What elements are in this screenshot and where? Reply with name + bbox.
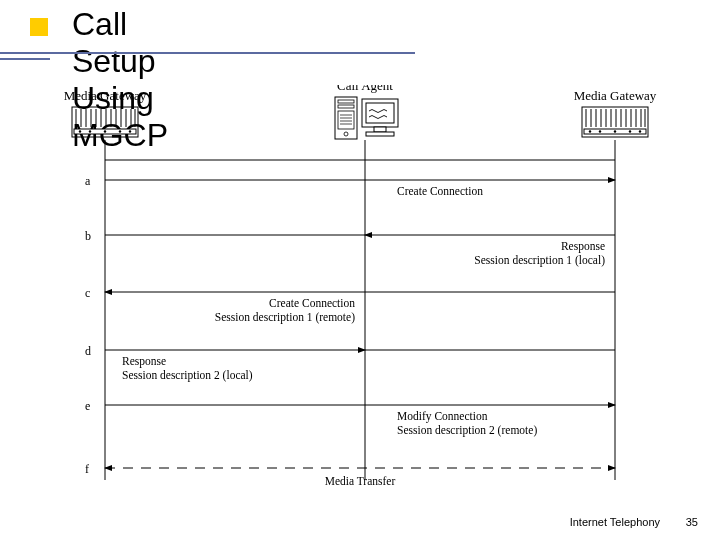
msg-e-2: Session description 2 (remote) [397, 424, 537, 437]
msg-d-2: Session description 2 (local) [122, 369, 253, 382]
left-gateway-label: Media Gateway [64, 88, 147, 103]
msg-e-1: Modify Connection [397, 410, 488, 423]
page-number: 35 [686, 516, 698, 528]
svg-point-35 [589, 130, 591, 132]
step-d: d [85, 344, 91, 358]
step-e: e [85, 399, 90, 413]
title-rule-1 [0, 52, 415, 54]
svg-point-36 [599, 130, 601, 132]
media-gateway-right-icon [582, 107, 648, 137]
step-c: c [85, 286, 90, 300]
slide: Call Setup Using MGCP Media Gateway Call… [0, 0, 720, 540]
msg-a: Create Connection [397, 185, 483, 197]
msg-c-1: Create Connection [269, 297, 355, 309]
svg-point-15 [79, 130, 81, 132]
svg-rect-51 [374, 127, 386, 132]
msg-d-1: Response [122, 355, 166, 368]
svg-point-38 [629, 130, 631, 132]
call-agent-icon [335, 97, 398, 139]
step-b: b [85, 229, 91, 243]
svg-point-19 [129, 130, 131, 132]
diagram: Media Gateway Call Agent Media Gateway [60, 85, 670, 505]
msg-b-2: Session description 1 (local) [474, 254, 605, 267]
step-a: a [85, 174, 91, 188]
svg-point-39 [639, 130, 641, 132]
svg-rect-52 [366, 132, 394, 136]
right-gateway-label: Media Gateway [574, 88, 657, 103]
media-gateway-left-icon [72, 107, 138, 137]
msg-b-1: Response [561, 240, 605, 253]
step-f: f [85, 462, 89, 476]
svg-point-16 [89, 130, 91, 132]
call-agent-label: Call Agent [337, 85, 393, 93]
msg-c-2: Session description 1 (remote) [215, 311, 355, 324]
svg-point-18 [119, 130, 121, 132]
footer-text: Internet Telephony [570, 516, 660, 528]
title-bullet [30, 18, 48, 36]
svg-point-37 [614, 130, 616, 132]
title-rule-2 [0, 58, 50, 60]
msg-f: Media Transfer [325, 475, 396, 487]
svg-point-17 [104, 130, 106, 132]
